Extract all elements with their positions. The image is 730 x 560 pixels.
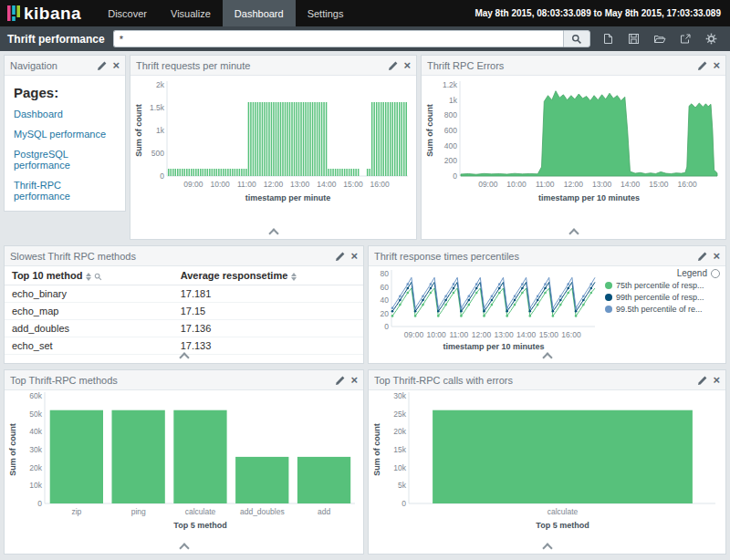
svg-text:10:00: 10:00 <box>427 330 447 339</box>
panel-title: Thrift requests per minute <box>136 60 389 71</box>
svg-text:11:00: 11:00 <box>449 330 468 339</box>
nav-link-mysql[interactable]: MySQL performance <box>14 129 116 140</box>
responsetime-cell: 17.136 <box>173 320 363 337</box>
legend-item[interactable]: 99th percentile of resp... <box>605 293 720 302</box>
svg-text:Top 5 method: Top 5 method <box>173 521 226 530</box>
panel-title: Thrift RPC Errors <box>427 60 698 71</box>
pencil-icon <box>698 376 707 385</box>
remove-panel-button[interactable]: × <box>403 59 411 71</box>
table-row: echo_binary17.181 <box>5 285 363 303</box>
new-dashboard-button[interactable] <box>602 33 614 45</box>
svg-text:13:00: 13:00 <box>290 180 310 189</box>
remove-panel-button[interactable]: × <box>713 374 720 386</box>
nav-tab-dashboard[interactable]: Dashboard <box>223 0 296 26</box>
column-header-responsetime[interactable]: Average responsetime <box>173 266 363 285</box>
top-methods-bar-chart[interactable]: 010k20k30k40k50k60kzippingcalculateadd_d… <box>5 390 362 538</box>
panel-header: Thrift response times percentiles × <box>369 246 725 266</box>
collapse-panel-button[interactable] <box>259 228 288 239</box>
pencil-icon <box>336 376 345 385</box>
svg-text:80: 80 <box>381 269 390 278</box>
collapse-panel-button[interactable] <box>170 543 199 554</box>
thrift-rpc-errors-area-chart[interactable]: 02004006008001k1.2k09:0010:0011:0012:001… <box>422 76 725 220</box>
nav-link-dashboard[interactable]: Dashboard <box>14 109 116 119</box>
nav-tab-settings[interactable]: Settings <box>296 0 356 26</box>
pencil-icon <box>98 61 107 70</box>
collapse-panel-button[interactable] <box>533 352 562 363</box>
column-label: Average responsetime <box>181 270 288 281</box>
svg-text:14:00: 14:00 <box>620 180 641 189</box>
pencil-icon <box>698 252 707 261</box>
remove-panel-button[interactable]: × <box>112 59 120 71</box>
svg-text:11:00: 11:00 <box>237 180 256 189</box>
column-header-method[interactable]: Top 10 method <box>5 266 173 285</box>
kibana-logo[interactable]: kibana <box>0 0 96 26</box>
edit-panel-button[interactable] <box>389 61 398 70</box>
svg-text:25k: 25k <box>393 410 406 419</box>
legend-header[interactable]: Legend <box>605 268 720 278</box>
nav-link-thrift-rpc[interactable]: Thrift-RPC performance <box>14 180 116 202</box>
edit-panel-button[interactable] <box>336 376 345 385</box>
svg-text:timestamp per minute: timestamp per minute <box>245 193 331 202</box>
svg-text:Sum of count: Sum of count <box>425 104 434 157</box>
collapse-panel-button[interactable] <box>533 543 562 554</box>
legend-label: 99th percentile of resp... <box>616 293 704 302</box>
pencil-icon <box>336 252 345 261</box>
svg-text:10:00: 10:00 <box>210 180 230 189</box>
legend-item[interactable]: 75th percentile of resp... <box>605 281 720 290</box>
svg-text:09:00: 09:00 <box>183 180 203 189</box>
close-icon: × <box>713 250 720 262</box>
remove-panel-button[interactable]: × <box>350 250 358 262</box>
folder-open-icon <box>653 33 666 45</box>
pages-heading: Pages: <box>14 85 116 100</box>
time-range-picker[interactable]: May 8th 2015, 08:03:33.089 to May 8th 20… <box>474 0 730 26</box>
svg-text:50k: 50k <box>29 410 42 419</box>
collapse-panel-button[interactable] <box>170 352 199 363</box>
nav-tab-discover[interactable]: Discover <box>96 0 159 26</box>
chevron-up-icon <box>179 543 189 553</box>
svg-text:5k: 5k <box>398 481 407 490</box>
svg-text:10k: 10k <box>29 481 42 490</box>
options-button[interactable] <box>705 33 717 45</box>
edit-panel-button[interactable] <box>336 252 345 261</box>
panel-title: Navigation <box>10 60 98 71</box>
remove-panel-button[interactable]: × <box>350 374 358 386</box>
remove-panel-button[interactable]: × <box>713 59 720 71</box>
percentiles-line-chart[interactable]: 02040608009:0010:0011:0012:0013:0014:001… <box>369 266 600 354</box>
search-button[interactable] <box>563 30 590 47</box>
nav-link-postgresql[interactable]: PostgreSQL performance <box>14 149 116 171</box>
edit-panel-button[interactable] <box>98 61 107 70</box>
sort-icon <box>291 273 297 281</box>
edit-panel-button[interactable] <box>698 61 707 70</box>
remove-panel-button[interactable]: × <box>713 250 720 262</box>
thrift-requests-bar-chart[interactable]: 05001k1.5k2k09:0010:0011:0012:0013:0014:… <box>131 76 415 220</box>
collapse-panel-button[interactable] <box>559 228 589 239</box>
legend-label: 75th percentile of resp... <box>616 281 704 290</box>
legend-item[interactable]: 99.5th percentile of re... <box>605 305 720 314</box>
slowest-methods-table: Top 10 method Average responsetime echo_… <box>5 266 363 355</box>
svg-text:15:00: 15:00 <box>649 180 669 189</box>
svg-text:10:00: 10:00 <box>506 180 527 189</box>
svg-text:1k: 1k <box>156 126 165 135</box>
close-icon: × <box>713 59 720 71</box>
magnifier-icon <box>94 273 102 281</box>
svg-text:600: 600 <box>444 126 457 135</box>
nav-tab-visualize[interactable]: Visualize <box>159 0 223 26</box>
dashboard-title: Thrift performance <box>7 33 105 46</box>
close-icon: × <box>403 59 411 71</box>
search-input[interactable] <box>113 30 563 47</box>
svg-text:40: 40 <box>381 296 390 305</box>
edit-panel-button[interactable] <box>698 252 707 261</box>
edit-panel-button[interactable] <box>698 376 707 385</box>
svg-text:20k: 20k <box>393 427 406 436</box>
svg-text:200: 200 <box>444 156 457 165</box>
svg-text:12:00: 12:00 <box>264 180 284 189</box>
dashboard-grid: Navigation × Pages: Dashboard MySQL perf… <box>0 51 730 560</box>
panel-navigation: Navigation × Pages: Dashboard MySQL perf… <box>4 55 126 212</box>
save-dashboard-button[interactable] <box>628 33 640 45</box>
legend-color-dot <box>605 306 612 313</box>
open-dashboard-button[interactable] <box>653 33 666 45</box>
svg-text:add_doubles: add_doubles <box>240 507 285 516</box>
legend-label: 99.5th percentile of re... <box>616 305 703 314</box>
calls-with-errors-bar-chart[interactable]: 05k10k15k20k25k30kcalculateTop 5 methodS… <box>370 390 725 538</box>
share-dashboard-button[interactable] <box>680 33 692 45</box>
